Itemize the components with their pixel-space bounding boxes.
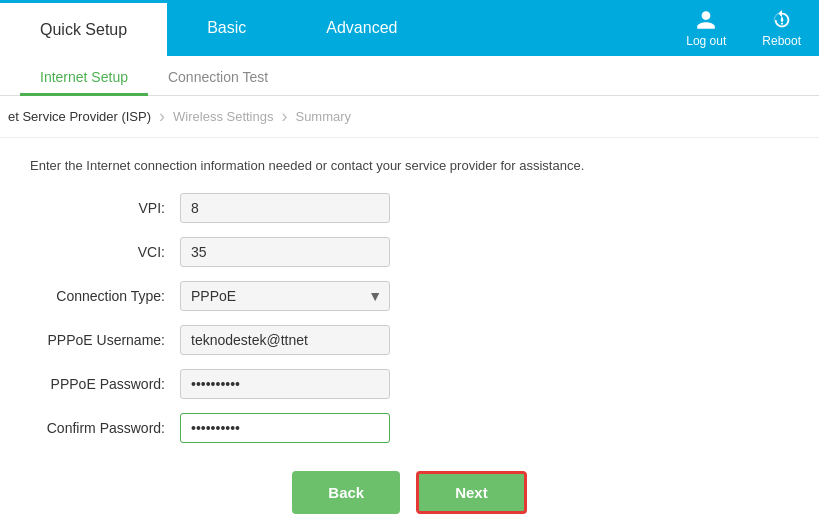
next-button[interactable]: Next: [416, 471, 527, 514]
tab-quick-setup[interactable]: Quick Setup: [0, 0, 167, 56]
connection-type-select-wrap: PPPoE PPPoA Dynamic IP Static IP ▼: [180, 281, 390, 311]
subnav-internet-setup[interactable]: Internet Setup: [20, 61, 148, 96]
connection-type-select[interactable]: PPPoE PPPoA Dynamic IP Static IP: [180, 281, 390, 311]
vpi-row: VPI:: [30, 193, 789, 223]
wizard-step-wireless: Wireless Settings: [165, 109, 281, 124]
password-row: PPPoE Password:: [30, 369, 789, 399]
confirm-password-input[interactable]: [180, 413, 390, 443]
connection-type-label: Connection Type:: [30, 288, 180, 304]
vci-input[interactable]: [180, 237, 390, 267]
form-description: Enter the Internet connection informatio…: [30, 158, 789, 173]
top-nav: Quick Setup Basic Advanced Log out Reboo…: [0, 0, 819, 56]
wizard-step-summary: Summary: [287, 109, 359, 124]
vci-row: VCI:: [30, 237, 789, 267]
sub-nav: Internet Setup Connection Test: [0, 56, 819, 96]
password-label: PPPoE Password:: [30, 376, 180, 392]
password-input[interactable]: [180, 369, 390, 399]
vci-label: VCI:: [30, 244, 180, 260]
vpi-input[interactable]: [180, 193, 390, 223]
username-row: PPPoE Username:: [30, 325, 789, 355]
main-content: Enter the Internet connection informatio…: [0, 138, 819, 525]
vpi-label: VPI:: [30, 200, 180, 216]
wizard-bar: et Service Provider (ISP) › Wireless Set…: [0, 96, 819, 138]
confirm-password-label: Confirm Password:: [30, 420, 180, 436]
button-row: Back Next: [30, 471, 789, 514]
tab-basic[interactable]: Basic: [167, 0, 286, 56]
confirm-password-row: Confirm Password:: [30, 413, 789, 443]
reboot-icon: [771, 9, 793, 31]
reboot-button[interactable]: Reboot: [744, 9, 819, 48]
tab-advanced[interactable]: Advanced: [286, 0, 437, 56]
top-nav-right: Log out Reboot: [668, 0, 819, 56]
username-label: PPPoE Username:: [30, 332, 180, 348]
back-button[interactable]: Back: [292, 471, 400, 514]
subnav-connection-test[interactable]: Connection Test: [148, 61, 288, 96]
svg-point-0: [780, 18, 783, 21]
user-icon: [695, 9, 717, 31]
reboot-label: Reboot: [762, 34, 801, 48]
connection-type-row: Connection Type: PPPoE PPPoA Dynamic IP …: [30, 281, 789, 311]
username-input[interactable]: [180, 325, 390, 355]
logout-button[interactable]: Log out: [668, 9, 744, 48]
logout-label: Log out: [686, 34, 726, 48]
wizard-step-isp: et Service Provider (ISP): [0, 109, 159, 124]
